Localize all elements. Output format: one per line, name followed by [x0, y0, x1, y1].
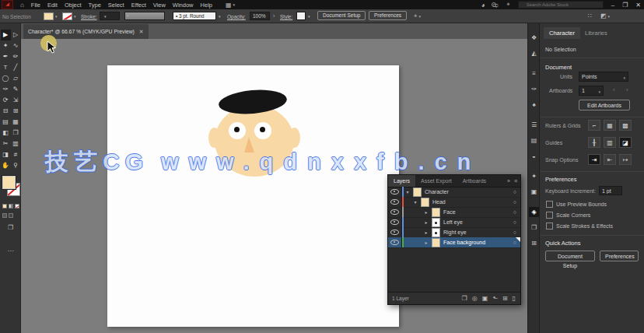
- search-input[interactable]: [518, 1, 604, 9]
- stroke-weight-select[interactable]: [100, 12, 120, 20]
- gradient-mode-icon[interactable]: [9, 204, 13, 209]
- menu-window[interactable]: Window: [173, 2, 194, 9]
- visibility-eye-icon[interactable]: [390, 199, 399, 205]
- scale-strokes-effects-checkbox[interactable]: Scale Strokes & Effects: [546, 223, 613, 230]
- style-swatch[interactable]: [296, 12, 306, 20]
- layer-row-character[interactable]: ▾ Character ○: [388, 187, 520, 198]
- target-circle-icon[interactable]: ○: [513, 199, 516, 205]
- new-sublayer-icon[interactable]: ⬑: [492, 295, 498, 302]
- share-icon[interactable]: ◕: [481, 2, 485, 9]
- type-tool-icon[interactable]: T: [1, 62, 11, 73]
- workspace-grid-icon[interactable]: ▦: [226, 2, 235, 9]
- brush-definition-select[interactable]: • 3 pt. Round: [173, 12, 216, 20]
- layer-thumbnail[interactable]: [413, 188, 422, 197]
- snap-to-pixel-icon[interactable]: ↦: [619, 154, 632, 165]
- target-circle-icon[interactable]: ○: [513, 219, 516, 225]
- graphic-styles-panel-icon[interactable]: ▣: [529, 187, 539, 197]
- restore-button[interactable]: ❐: [622, 2, 628, 9]
- ellipse-tool-icon[interactable]: ◯: [1, 73, 11, 84]
- appearance-panel-icon[interactable]: ✦: [529, 171, 539, 181]
- artboards-select[interactable]: 1: [579, 86, 604, 96]
- visibility-eye-icon[interactable]: [390, 209, 399, 215]
- home-icon[interactable]: ⌂: [20, 2, 24, 9]
- checkbox-icon[interactable]: [546, 201, 553, 208]
- toolbar-more-icon[interactable]: ⋯: [0, 247, 21, 254]
- preferences-button[interactable]: Preferences: [369, 11, 407, 20]
- menu-view[interactable]: View: [153, 2, 166, 9]
- pencil-tool-icon[interactable]: ✎: [11, 84, 21, 95]
- tab-libraries[interactable]: Libraries: [585, 30, 607, 37]
- target-circle-icon[interactable]: ○: [513, 230, 516, 235]
- draw-normal-icon[interactable]: [2, 213, 7, 218]
- layer-thumbnail[interactable]: [432, 238, 440, 247]
- draw-behind-icon[interactable]: [9, 213, 13, 218]
- opacity-value[interactable]: 100%: [250, 12, 270, 20]
- menu-file[interactable]: File: [31, 2, 40, 9]
- grid-dots-icon[interactable]: ∷: [588, 12, 592, 19]
- locate-object-icon[interactable]: ◎: [472, 295, 478, 302]
- show-guides-icon[interactable]: ╂: [588, 137, 600, 148]
- preferences-quick-button[interactable]: Preferences: [600, 251, 639, 261]
- artboards-panel-icon[interactable]: ❐: [529, 223, 539, 233]
- clipping-mask-icon[interactable]: ▣: [482, 295, 488, 302]
- chevron-right-icon[interactable]: ▸: [422, 209, 430, 215]
- layer-name[interactable]: Head: [432, 199, 446, 205]
- checkbox-icon[interactable]: [546, 212, 553, 219]
- none-mode-icon[interactable]: [15, 204, 19, 209]
- layer-row-right-eye[interactable]: ▸ Right eye ○: [388, 227, 520, 238]
- switch-workspace-icon[interactable]: ◩: [600, 12, 610, 19]
- curvature-tool-icon[interactable]: ✏: [11, 51, 21, 62]
- width-tool-icon[interactable]: ⊟: [1, 106, 11, 117]
- menu-edit[interactable]: Edit: [47, 2, 58, 9]
- menu-help[interactable]: Help: [201, 2, 212, 9]
- close-button[interactable]: ✕: [635, 2, 641, 9]
- character-right-eye[interactable]: [254, 122, 271, 139]
- paintbrush-tool-icon[interactable]: ✑: [1, 84, 11, 95]
- scale-corners-checkbox[interactable]: Scale Corners: [546, 212, 590, 219]
- layer-row-left-eye[interactable]: ▸ Left eye ○: [388, 217, 520, 228]
- direct-selection-tool-icon[interactable]: ▷: [11, 30, 21, 40]
- menu-object[interactable]: Object: [65, 2, 82, 9]
- stroke-color-swatch[interactable]: [62, 12, 72, 20]
- menu-type[interactable]: Type: [89, 2, 101, 9]
- document-setup-button[interactable]: Document Setup: [317, 11, 366, 20]
- lasso-tool-icon[interactable]: ∿: [11, 40, 21, 51]
- edit-artboards-button[interactable]: Edit Artboards: [579, 100, 630, 110]
- layer-thumbnail[interactable]: [421, 198, 429, 207]
- width-profile-select[interactable]: [124, 12, 165, 20]
- target-circle-icon[interactable]: ○: [513, 240, 516, 245]
- chevron-right-icon[interactable]: ▸: [422, 219, 430, 225]
- brushes-panel-icon[interactable]: ✑: [529, 84, 539, 94]
- layer-row-face-background[interactable]: ▸ Face background ○: [388, 237, 520, 248]
- brush-chevron-icon[interactable]: ▾: [219, 14, 221, 19]
- shaper-tool-icon[interactable]: ▱: [11, 73, 21, 84]
- gradient-tool-icon[interactable]: ❐: [11, 128, 21, 138]
- style-chevron-icon[interactable]: ▾: [308, 14, 310, 19]
- transparency-panel-icon[interactable]: ◒: [529, 151, 539, 161]
- mesh-tool-icon[interactable]: ◧: [1, 128, 11, 138]
- symbols-panel-icon[interactable]: ♠: [529, 100, 539, 110]
- panel-menu-icon[interactable]: ≡: [514, 178, 517, 184]
- document-setup-quick-button[interactable]: Document Setup: [545, 251, 595, 261]
- color-mode-icon[interactable]: [2, 204, 7, 209]
- eyedropper-tool-icon[interactable]: ✂: [1, 138, 11, 149]
- rotate-tool-icon[interactable]: ⟳: [1, 95, 11, 106]
- color-panel-icon[interactable]: ❖: [529, 33, 539, 43]
- stroke-chevron-icon[interactable]: ▾: [74, 14, 76, 19]
- fill-indicator-swatch[interactable]: [2, 176, 16, 189]
- fill-color-swatch[interactable]: [44, 12, 54, 20]
- layer-name[interactable]: Face: [443, 209, 456, 215]
- layer-name[interactable]: Face background: [443, 240, 485, 245]
- layer-thumbnail[interactable]: [432, 228, 440, 237]
- blend-tool-icon[interactable]: ▥: [11, 138, 21, 149]
- screen-mode-icon[interactable]: ❐: [0, 224, 21, 231]
- delete-layer-icon[interactable]: ▯: [513, 295, 516, 302]
- visibility-eye-icon[interactable]: [390, 219, 399, 225]
- collapse-panel-icon[interactable]: »: [507, 178, 510, 184]
- make-guides-icon[interactable]: ◪: [619, 137, 632, 148]
- use-preview-bounds-checkbox[interactable]: Use Preview Bounds: [546, 201, 607, 208]
- menu-select[interactable]: Select: [108, 2, 124, 9]
- layers-panel-icon[interactable]: ◈: [529, 207, 539, 217]
- target-circle-icon[interactable]: ○: [513, 209, 516, 215]
- touch-workspace-icon[interactable]: ⌖: [414, 12, 421, 20]
